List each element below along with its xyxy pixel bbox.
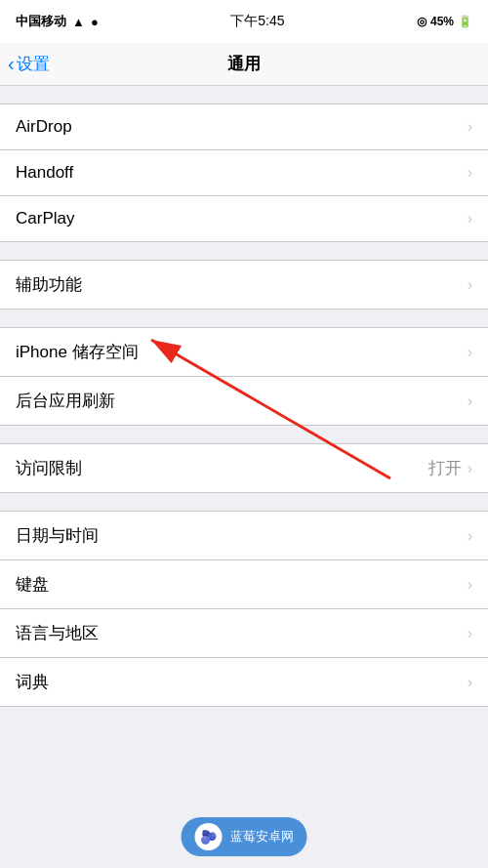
settings-group-1: AirDrop › Handoff › CarPlay › <box>0 103 488 242</box>
restrictions-label: 访问限制 <box>16 457 82 479</box>
status-time: 下午5:45 <box>230 13 284 30</box>
restrictions-open-label: 打开 <box>428 457 462 479</box>
gap-5 <box>0 493 488 511</box>
accessibility-right: › <box>468 276 472 294</box>
handoff-item[interactable]: Handoff › <box>0 150 488 196</box>
gap-3 <box>0 310 488 327</box>
iphone-storage-label: iPhone 储存空间 <box>16 341 139 363</box>
dictionary-item[interactable]: 词典 › <box>0 658 488 706</box>
bg-refresh-label: 后台应用刷新 <box>16 390 115 412</box>
datetime-right: › <box>468 527 472 545</box>
back-button[interactable]: ‹ 设置 <box>8 53 50 75</box>
iphone-storage-chevron-icon: › <box>468 344 472 361</box>
language-chevron-icon: › <box>468 625 472 642</box>
carplay-chevron-icon: › <box>468 210 472 227</box>
gap-4 <box>0 426 488 443</box>
page-title: 通用 <box>227 53 261 75</box>
dictionary-right: › <box>468 674 472 691</box>
airdrop-label: AirDrop <box>16 117 72 137</box>
carplay-item[interactable]: CarPlay › <box>0 196 488 241</box>
battery-icon: 🔋 <box>458 15 472 28</box>
carplay-label: CarPlay <box>16 209 74 228</box>
settings-group-5: 日期与时间 › 键盘 › 语言与地区 › 词典 › <box>0 511 488 707</box>
back-label: 设置 <box>17 53 50 75</box>
carrier-label: 中国移动 <box>16 13 66 30</box>
keyboard-chevron-icon: › <box>468 576 472 594</box>
restrictions-chevron-icon: › <box>468 460 472 477</box>
bg-refresh-item[interactable]: 后台应用刷新 › <box>0 377 488 425</box>
keyboard-right: › <box>468 576 472 594</box>
dictionary-label: 词典 <box>16 671 49 693</box>
handoff-chevron-icon: › <box>468 164 472 182</box>
settings-content: AirDrop › Handoff › CarPlay › 辅助功能 › <box>0 86 488 868</box>
watermark-logo-text: 🫐 <box>200 829 217 845</box>
language-item[interactable]: 语言与地区 › <box>0 609 488 658</box>
restrictions-item[interactable]: 访问限制 打开 › <box>0 444 488 492</box>
wifi-icon: ▲ <box>72 15 85 29</box>
keyboard-label: 键盘 <box>16 573 49 596</box>
accessibility-label: 辅助功能 <box>16 273 82 296</box>
settings-group-4: 访问限制 打开 › <box>0 443 488 493</box>
signal-icon: ● <box>91 15 99 29</box>
language-label: 语言与地区 <box>16 622 99 644</box>
settings-group-3: iPhone 储存空间 › 后台应用刷新 › <box>0 327 488 426</box>
airdrop-right: › <box>468 118 472 136</box>
airdrop-item[interactable]: AirDrop › <box>0 104 488 150</box>
accessibility-chevron-icon: › <box>468 276 472 294</box>
iphone-storage-item[interactable]: iPhone 储存空间 › <box>0 328 488 377</box>
bg-refresh-right: › <box>468 393 472 410</box>
datetime-chevron-icon: › <box>468 527 472 545</box>
settings-group-2: 辅助功能 › <box>0 260 488 310</box>
accessibility-item[interactable]: 辅助功能 › <box>0 261 488 309</box>
battery-label: 45% <box>430 15 454 28</box>
handoff-label: Handoff <box>16 163 73 183</box>
datetime-label: 日期与时间 <box>16 524 99 547</box>
watermark-label: 蓝莓安卓网 <box>230 828 294 846</box>
status-right: ◎ 45% 🔋 <box>417 15 472 28</box>
airdrop-chevron-icon: › <box>468 118 472 136</box>
handoff-right: › <box>468 164 472 182</box>
restrictions-right: 打开 › <box>428 457 472 479</box>
nav-bar: ‹ 设置 通用 <box>0 43 488 86</box>
carplay-right: › <box>468 210 472 227</box>
status-bar: 中国移动 ▲ ● 下午5:45 ◎ 45% 🔋 <box>0 0 488 43</box>
datetime-item[interactable]: 日期与时间 › <box>0 512 488 560</box>
keyboard-item[interactable]: 键盘 › <box>0 560 488 609</box>
gap-2 <box>0 242 488 260</box>
dictionary-chevron-icon: › <box>468 674 472 691</box>
iphone-storage-right: › <box>468 344 472 361</box>
status-left: 中国移动 ▲ ● <box>16 13 99 30</box>
language-right: › <box>468 625 472 642</box>
location-icon: ◎ <box>417 15 427 28</box>
back-chevron-icon: ‹ <box>8 54 15 73</box>
watermark-logo: 🫐 <box>195 823 223 850</box>
watermark: 🫐 蓝莓安卓网 <box>182 817 307 856</box>
gap-top <box>0 86 488 103</box>
bg-refresh-chevron-icon: › <box>468 393 472 410</box>
